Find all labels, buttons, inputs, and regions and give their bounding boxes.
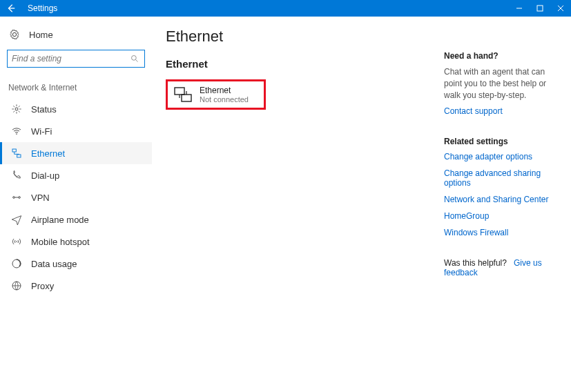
ethernet-connection-card[interactable]: Ethernet Not connected: [166, 79, 266, 110]
helpful-block: Was this helpful? Give us feedback: [444, 258, 561, 277]
svg-rect-11: [175, 88, 184, 95]
close-icon: [557, 5, 564, 12]
close-button[interactable]: [550, 0, 571, 17]
hotspot-icon: [10, 236, 23, 247]
sidebar-item-status[interactable]: Status: [0, 98, 152, 120]
sidebar-home-label: Home: [29, 30, 53, 40]
vpn-icon: [10, 192, 23, 203]
wifi-icon: [10, 126, 23, 137]
svg-point-3: [16, 133, 17, 135]
sidebar-item-label: Mobile hotspot: [31, 237, 90, 247]
sidebar-item-label: Dial-up: [31, 170, 59, 181]
svg-rect-5: [17, 155, 21, 157]
sidebar: Home Network & Internet Status Wi-Fi: [0, 17, 152, 392]
ethernet-card-icon: [173, 86, 193, 103]
sidebar-home[interactable]: Home: [0, 23, 152, 46]
ethernet-card-name: Ethernet: [200, 86, 249, 95]
svg-rect-4: [12, 149, 16, 152]
sidebar-item-datausage[interactable]: Data usage: [0, 253, 152, 275]
sidebar-item-dialup[interactable]: Dial-up: [0, 164, 152, 186]
content-area: Home Network & Internet Status Wi-Fi: [0, 17, 571, 392]
right-pane: Need a hand? Chat with an agent that can…: [440, 17, 571, 392]
main-pane: Ethernet Ethernet Ethernet Not connected: [152, 17, 440, 392]
ethernet-card-text: Ethernet Not connected: [200, 86, 249, 104]
link-advanced-sharing[interactable]: Change advanced sharing options: [444, 168, 561, 188]
svg-point-2: [15, 108, 18, 110]
need-hand-heading: Need a hand?: [444, 51, 561, 61]
sidebar-item-label: Ethernet: [31, 148, 65, 159]
data-usage-icon: [10, 258, 23, 269]
airplane-icon: [10, 214, 23, 225]
svg-point-7: [19, 197, 21, 199]
sidebar-item-proxy[interactable]: Proxy: [0, 275, 152, 297]
svg-point-1: [132, 56, 137, 61]
gear-icon: [8, 29, 21, 40]
minimize-button[interactable]: [509, 0, 530, 17]
link-windows-firewall[interactable]: Windows Firewall: [444, 228, 561, 237]
search-icon: [130, 54, 140, 63]
link-homegroup[interactable]: HomeGroup: [444, 211, 561, 221]
helpful-label: Was this helpful?: [444, 258, 507, 268]
sidebar-item-wifi[interactable]: Wi-Fi: [0, 120, 152, 142]
svg-point-6: [13, 197, 15, 199]
ethernet-subheading: Ethernet: [166, 58, 426, 70]
sidebar-item-label: Airplane mode: [31, 215, 89, 225]
sidebar-item-label: Proxy: [31, 281, 54, 291]
status-icon: [10, 104, 23, 115]
link-change-adapter[interactable]: Change adapter options: [444, 152, 561, 161]
back-button[interactable]: [0, 0, 22, 17]
sidebar-item-label: Data usage: [31, 259, 77, 269]
related-heading: Related settings: [444, 137, 561, 146]
related-settings-block: Related settings Change adapter options …: [444, 137, 561, 237]
minimize-icon: [516, 5, 523, 12]
search-wrap: [0, 46, 152, 73]
sidebar-item-airplane[interactable]: Airplane mode: [0, 208, 152, 231]
contact-support-link[interactable]: Contact support: [444, 106, 561, 116]
proxy-icon: [10, 280, 23, 291]
page-title: Ethernet: [166, 28, 426, 46]
sidebar-item-label: VPN: [31, 193, 50, 203]
maximize-icon: [536, 5, 543, 12]
maximize-button[interactable]: [530, 0, 550, 17]
window-title: Settings: [22, 3, 57, 13]
search-input[interactable]: [12, 54, 130, 63]
search-box[interactable]: [7, 50, 145, 68]
sidebar-item-vpn[interactable]: VPN: [0, 186, 152, 208]
svg-point-8: [16, 241, 17, 242]
link-network-sharing-center[interactable]: Network and Sharing Center: [444, 195, 561, 204]
sidebar-item-ethernet[interactable]: Ethernet: [0, 142, 152, 164]
sidebar-item-label: Wi-Fi: [31, 126, 52, 137]
back-arrow-icon: [6, 3, 16, 13]
ethernet-card-status: Not connected: [200, 95, 249, 104]
sidebar-item-hotspot[interactable]: Mobile hotspot: [0, 231, 152, 253]
svg-rect-12: [182, 95, 191, 101]
ethernet-icon: [10, 148, 23, 159]
sidebar-section-label: Network & Internet: [0, 73, 152, 98]
titlebar: Settings: [0, 0, 571, 17]
need-hand-desc: Chat with an agent that can point you to…: [444, 66, 561, 101]
svg-rect-0: [537, 6, 543, 11]
dialup-icon: [10, 170, 23, 181]
sidebar-item-label: Status: [31, 104, 57, 115]
